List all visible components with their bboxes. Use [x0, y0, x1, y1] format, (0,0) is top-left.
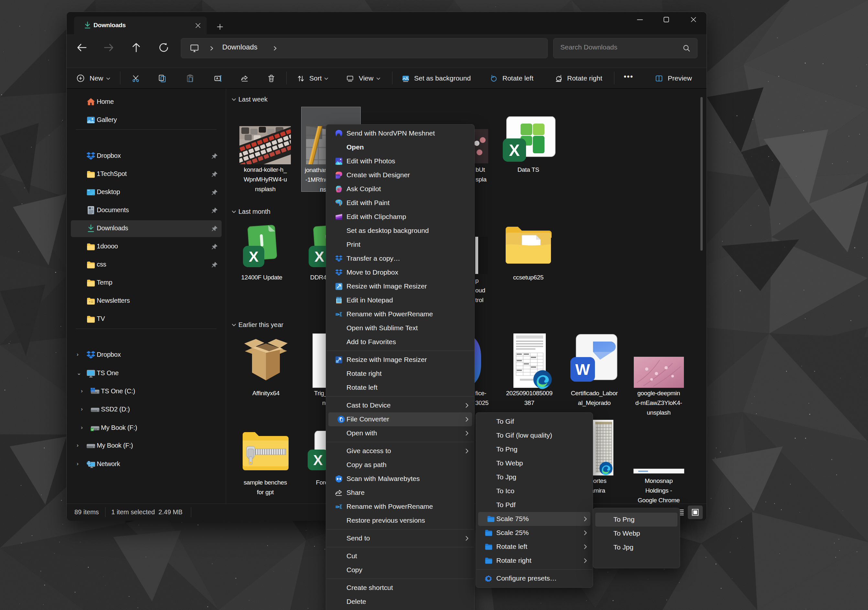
svg-text:X: X	[509, 141, 519, 159]
svg-text:W: W	[575, 361, 590, 378]
svg-text:X: X	[313, 452, 322, 468]
svg-text:X: X	[315, 248, 324, 265]
svg-text:X: X	[249, 248, 259, 265]
